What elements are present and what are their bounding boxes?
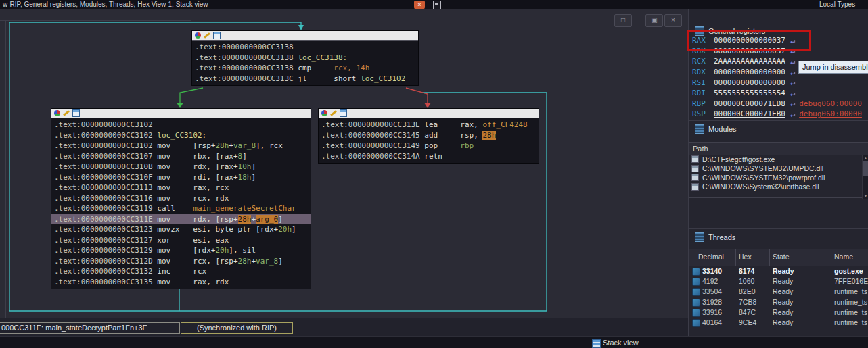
register-segment-link[interactable]: debug060:00000 [799,99,862,108]
scroll-up-icon[interactable]: ▲ [863,155,868,161]
restore-window-icon[interactable] [433,1,441,9]
thread-state-icon [692,309,700,317]
enter-value-icon[interactable]: ↵ [790,36,795,45]
disasm-line[interactable]: .text:0000000000CC3102 [54,120,308,130]
disasm-token: .text:0000000000CC312D [54,257,157,266]
thread-row[interactable]: 331408174Readygost.exe [689,266,868,276]
edit-icon[interactable] [63,110,70,116]
disasm-line[interactable]: .text:0000000000CC3102 loc_CC3102: [54,130,308,141]
basic-block-epilogue[interactable]: .text:0000000000CC313E lea rax, off_CF42… [318,108,539,164]
close-icon[interactable]: × [414,1,425,9]
disasm-line[interactable]: .text:0000000000CC3135 mov rax, rdx [54,277,308,288]
column-header-decimal[interactable]: Decimal [698,253,724,261]
disasm-line[interactable]: .text:0000000000CC3116 mov rcx, rdx [54,193,308,204]
column-header-state[interactable]: State [773,253,790,261]
block-color-icon[interactable] [195,32,201,39]
module-row[interactable]: D:\CTFs\egctf\gost.exe [689,155,862,164]
column-divider[interactable] [769,249,770,266]
module-row[interactable]: C:\WINDOWS\SYSTEM32\UMPDC.dll [689,164,862,174]
disasm-line[interactable]: .text:0000000000CC3113 mov rax, rcx [54,182,308,193]
thread-row[interactable]: 319287CB8Readyruntime_ts [689,297,868,307]
group-nodes-icon[interactable] [340,109,347,117]
disasm-token: .text:0000000000CC3127 [54,236,157,245]
enter-value-icon[interactable]: ↵ [790,109,795,119]
disasm-line[interactable]: .text:0000000000CC314A retn [321,151,536,162]
module-row[interactable]: C:\WINDOWS\System32\ucrtbase.dll [689,182,862,192]
disasm-line[interactable]: .text:0000000000CC3145 add rsp, 28h [321,130,536,141]
group-nodes-icon[interactable] [213,32,221,39]
panel-button-1[interactable]: □ [614,14,632,27]
disasm-token: arg_0 [256,215,278,224]
disasm-token: var_8 [233,141,256,150]
disasm-line[interactable]: .text:0000000000CC3149 pop rbp [321,141,536,151]
disasm-line[interactable]: .text:0000000000CC3129 mov [rdx+20h], si… [54,245,308,256]
register-segment-link[interactable]: debug060:00000 [799,109,862,118]
thread-decimal: 33504 [702,287,722,295]
disasm-line[interactable]: .text:0000000000CC313E lea rax, off_CF42… [321,120,536,130]
jump-in-disassembly-tooltip[interactable]: Jump in disassembl [798,61,868,74]
register-value[interactable]: 0000000000000037 [714,47,785,55]
basic-block-loc-CC3102[interactable]: .text:0000000000CC3102 .text:0000000000C… [51,108,311,289]
register-value[interactable]: 000000C000071ED8 [714,99,785,108]
register-value[interactable]: 0000000000000000 [714,78,785,87]
register-row[interactable]: RSP000000C000071EB0↵debug060:00000 [689,109,868,120]
disasm-token: lea rax, [424,120,482,129]
edit-icon[interactable] [204,32,210,39]
disasm-line[interactable]: .text:0000000000CC3132 inc rcx [54,266,308,277]
register-row[interactable]: RAX0000000000000037↵ [689,35,868,46]
scrollbar-thumb[interactable] [863,161,868,176]
register-value[interactable]: 0000000000000000 [714,68,785,76]
disasm-line[interactable]: .text:0000000000CC3102 mov [rsp+28h+var_… [54,141,308,151]
disasm-line[interactable]: .text:0000000000CC310F mov rdi, [rax+18h… [54,172,308,183]
disasm-line[interactable]: .text:0000000000CC3123 movzx esi, byte p… [54,224,308,235]
modules-path-column-header[interactable]: Path [689,142,868,155]
register-value[interactable]: 5555555555555554 [714,89,785,97]
thread-name: runtime_ts [834,298,867,306]
module-row[interactable]: C:\WINDOWS\SYSTEM32\powrprof.dll [689,173,862,182]
disasm-line[interactable]: .text:0000000000CC3138 loc_CC3138: [195,53,415,64]
disasm-line[interactable]: .text:0000000000CC311E mov rdx, [rsp+28h… [51,214,311,225]
enter-value-icon[interactable]: ↵ [790,68,795,77]
disasm-line[interactable]: .text:0000000000CC310B mov rdx, [rax+10h… [54,161,308,172]
thread-row[interactable]: 401649CE4Readyruntime_ts [689,318,868,328]
register-row[interactable]: RSI0000000000000000↵ [689,77,868,88]
column-divider[interactable] [831,249,831,266]
enter-value-icon[interactable]: ↵ [790,89,795,98]
register-value[interactable]: 000000C000071EB0 [714,109,785,118]
register-value[interactable]: 2AAAAAAAAAAAAAAA [714,57,785,66]
register-row[interactable]: RBP000000C000071ED8↵debug060:00000 [689,99,868,109]
scroll-down-icon[interactable]: ▼ [863,193,868,199]
thread-row[interactable]: 33916847CReadyruntime_ts [689,307,868,318]
disasm-line[interactable]: .text:0000000000CC3107 mov rbx, [rax+8] [54,151,308,162]
enter-value-icon[interactable]: ↵ [790,78,795,87]
column-header-name[interactable]: Name [834,253,853,261]
block-color-icon[interactable] [54,110,60,116]
panel-button-2[interactable]: ▣ [645,14,663,27]
register-value[interactable]: 0000000000000037 [714,36,785,45]
disasm-line[interactable]: .text:0000000000CC312D mov rcx, [rsp+28h… [54,256,308,267]
modules-scrollbar[interactable]: ▲ ▼ [862,155,868,199]
disasm-line[interactable]: .text:0000000000CC3138 cmp rcx, 14h [195,63,415,74]
thread-row[interactable]: 3350482E0Readyruntime_ts [689,287,868,297]
tab-stack-view[interactable]: Stack view [603,339,639,347]
disasm-line[interactable]: .text:0000000000CC3138 [195,42,415,53]
column-header-hex[interactable]: Hex [739,253,752,261]
register-name: RDX [692,68,714,76]
group-nodes-icon[interactable] [72,109,80,117]
disasm-line[interactable]: .text:0000000000CC313C jl short loc_CC31… [195,74,415,84]
disasm-line[interactable]: .text:0000000000CC3127 xor esi, eax [54,235,308,246]
thread-row[interactable]: 41921060Ready7FFE016E5 [689,276,868,287]
edit-icon[interactable] [330,110,337,116]
column-divider[interactable] [735,249,736,266]
register-name: RBP [692,99,714,108]
register-row[interactable]: RDI5555555555555554↵ [689,88,868,99]
panel-button-3[interactable]: × [664,14,682,27]
block-color-icon[interactable] [321,110,327,116]
disasm-line[interactable]: .text:0000000000CC3119 call main_generat… [54,203,308,214]
enter-value-icon[interactable]: ↵ [790,46,795,55]
basic-block-loc-CC3138[interactable]: .text:0000000000CC3138 .text:0000000000C… [191,30,419,86]
tab-local-types[interactable]: Local Types [819,1,855,8]
enter-value-icon[interactable]: ↵ [790,57,795,66]
enter-value-icon[interactable]: ↵ [790,99,795,108]
register-row[interactable]: RBX0000000000000037↵ [689,46,868,57]
